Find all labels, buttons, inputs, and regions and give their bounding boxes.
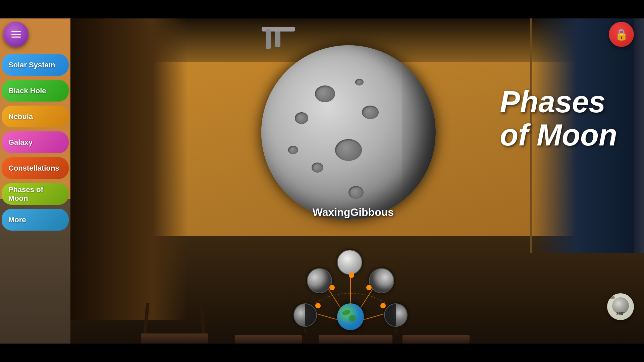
phases-title: Phases of Moon	[500, 85, 617, 152]
earth-display	[337, 303, 364, 330]
nav-more[interactable]: More	[2, 209, 69, 231]
phase-waxing-crescent[interactable]	[307, 268, 332, 293]
nav-constellations[interactable]: Constellations	[2, 157, 69, 179]
connector-dot-1	[349, 273, 354, 278]
title-line2: of Moon	[500, 119, 617, 152]
top-bar	[0, 0, 644, 18]
navigation: Solar System Black Hole Nebula Galaxy Co…	[0, 52, 70, 233]
connector-dot-2	[329, 285, 335, 290]
nav-black-hole[interactable]: Black Hole	[2, 80, 69, 102]
nav-solar-system[interactable]: Solar System	[2, 54, 69, 76]
view-360-button[interactable]: 360°	[607, 293, 634, 320]
nav-nebula[interactable]: Nebula	[2, 106, 69, 127]
connector-dot-4	[315, 303, 321, 308]
connector-dot-5	[380, 303, 386, 308]
phases-diagram	[283, 250, 418, 334]
moon-phase-label: WaxingGibbous	[313, 206, 394, 219]
phase-third-quarter[interactable]	[293, 303, 317, 327]
lock-icon: 🔒	[615, 28, 628, 41]
phase-waning-crescent[interactable]	[369, 268, 394, 293]
large-moon-display	[261, 45, 436, 220]
lock-button[interactable]: 🔒	[609, 22, 634, 47]
bottom-bar	[0, 344, 644, 362]
phase-full-moon[interactable]	[337, 250, 362, 275]
view-360-label: 360°	[616, 311, 625, 316]
title-line1: Phases	[500, 85, 617, 119]
nav-galaxy[interactable]: Galaxy	[2, 131, 69, 153]
main-content: WaxingGibbous Phases of Moon	[70, 18, 644, 344]
phase-first-quarter[interactable]	[384, 303, 408, 327]
hamburger-icon	[11, 31, 21, 38]
connector-dot-3	[366, 285, 372, 290]
nav-phases-of-moon[interactable]: Phases of Moon	[2, 183, 69, 205]
menu-button[interactable]	[3, 22, 29, 47]
